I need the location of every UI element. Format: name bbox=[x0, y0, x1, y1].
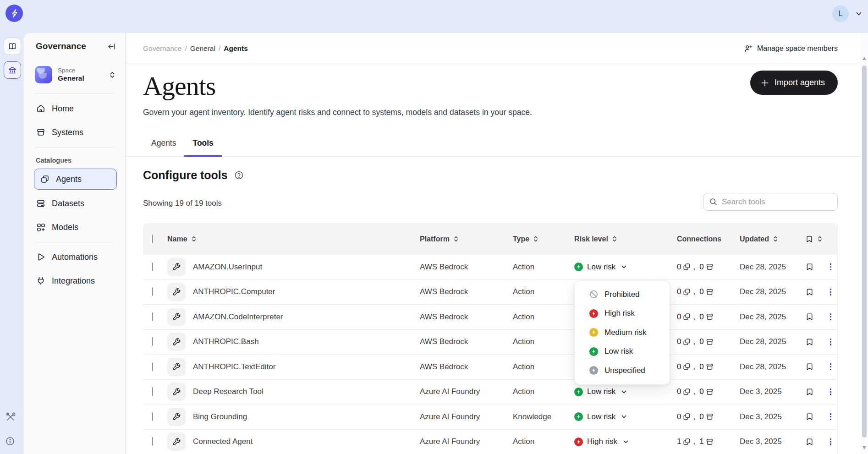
sort-icon[interactable] bbox=[191, 235, 197, 242]
breadcrumb: Governance / General / Agents bbox=[143, 44, 248, 53]
row-menu-button[interactable] bbox=[824, 411, 838, 422]
bookmark-button[interactable] bbox=[805, 288, 824, 296]
sort-icon[interactable] bbox=[533, 235, 538, 242]
sidebar-item-datasets[interactable]: Datasets bbox=[35, 191, 117, 215]
dev-tools-icon[interactable] bbox=[5, 411, 16, 422]
tab-agents[interactable]: Agents bbox=[143, 130, 184, 156]
divider bbox=[126, 64, 861, 64]
help-icon[interactable] bbox=[234, 170, 244, 180]
column-platform: Platform bbox=[420, 235, 450, 243]
row-menu-button[interactable] bbox=[824, 337, 838, 347]
row-menu-button[interactable] bbox=[824, 437, 838, 447]
risk-select[interactable]: Low risk bbox=[574, 263, 677, 272]
bookmark-button[interactable] bbox=[805, 438, 824, 446]
risk-level-icon bbox=[574, 263, 583, 271]
import-agents-button[interactable]: Import agents bbox=[750, 71, 838, 95]
avatar[interactable]: L bbox=[832, 5, 849, 22]
row-checkbox[interactable] bbox=[152, 362, 153, 371]
tool-name[interactable]: AMAZON.CodeInterpreter bbox=[193, 312, 283, 322]
row-checkbox[interactable] bbox=[152, 412, 153, 421]
select-all-checkbox[interactable] bbox=[152, 235, 153, 243]
governance-rail-button[interactable] bbox=[4, 61, 21, 79]
search-box[interactable] bbox=[703, 193, 838, 211]
tool-name[interactable]: Connected Agent bbox=[193, 437, 253, 446]
row-checkbox[interactable] bbox=[152, 387, 153, 396]
bookmark-button[interactable] bbox=[805, 412, 824, 421]
tool-name[interactable]: ANTHROPIC.TextEditor bbox=[193, 362, 275, 372]
systems-count-icon bbox=[705, 263, 714, 271]
vertical-scrollbar[interactable] bbox=[861, 33, 868, 454]
risk-option[interactable]: Medium risk bbox=[575, 323, 670, 342]
scroll-down-arrow-icon[interactable] bbox=[863, 446, 866, 449]
bookmark-button[interactable] bbox=[805, 263, 824, 271]
table-header-row: Name Platform Type Risk level Connection… bbox=[143, 223, 837, 255]
tool-name[interactable]: Deep Research Tool bbox=[193, 387, 264, 396]
breadcrumb-general[interactable]: General bbox=[190, 44, 215, 53]
risk-select[interactable]: High risk bbox=[574, 437, 677, 446]
divider bbox=[35, 147, 114, 148]
sort-icon[interactable] bbox=[612, 235, 617, 242]
table-row: Connected Agent Azure AI Foundry Action … bbox=[143, 430, 837, 454]
account-chevron-down-icon[interactable] bbox=[855, 10, 863, 17]
divider bbox=[35, 242, 114, 242]
sidebar-item-agents[interactable]: Agents bbox=[34, 169, 117, 190]
sidebar-item-models[interactable]: Models bbox=[35, 215, 117, 239]
logo-bolt-icon bbox=[9, 8, 19, 18]
tool-name[interactable]: Bing Grounding bbox=[193, 412, 247, 421]
copies-icon bbox=[682, 362, 691, 371]
bookmark-button[interactable] bbox=[805, 312, 824, 321]
tab-tools[interactable]: Tools bbox=[184, 130, 221, 156]
risk-option-label: Prohibited bbox=[604, 290, 640, 299]
copies-icon bbox=[682, 338, 691, 346]
sidebar-item-home[interactable]: Home bbox=[35, 97, 117, 120]
tool-name[interactable]: ANTHROPIC.Computer bbox=[193, 287, 275, 296]
sort-icon[interactable] bbox=[773, 235, 778, 242]
copies-icon bbox=[682, 312, 691, 321]
connections-separator: , bbox=[693, 387, 695, 396]
search-input[interactable] bbox=[722, 197, 832, 207]
space-switch-icon[interactable] bbox=[109, 71, 116, 79]
bookmark-button[interactable] bbox=[805, 388, 824, 396]
risk-option[interactable]: Unspecified bbox=[575, 361, 670, 380]
info-icon[interactable] bbox=[5, 436, 15, 446]
collapse-sidebar-icon[interactable] bbox=[107, 42, 116, 51]
risk-option[interactable]: Prohibited bbox=[575, 285, 670, 304]
row-menu-button[interactable] bbox=[824, 387, 838, 397]
risk-option[interactable]: High risk bbox=[575, 304, 670, 323]
connections-cell: 0 , 0 bbox=[677, 263, 740, 272]
risk-select[interactable]: Low risk bbox=[574, 412, 677, 421]
sidebar-item-integrations[interactable]: Integrations bbox=[35, 269, 117, 293]
risk-option-icon bbox=[589, 309, 598, 318]
row-menu-button[interactable] bbox=[824, 262, 838, 272]
row-checkbox[interactable] bbox=[152, 437, 153, 446]
row-menu-button[interactable] bbox=[824, 312, 838, 322]
row-checkbox[interactable] bbox=[152, 263, 153, 271]
risk-option[interactable]: Low risk bbox=[575, 342, 670, 361]
row-checkbox[interactable] bbox=[152, 337, 153, 346]
scroll-up-arrow-icon[interactable] bbox=[863, 57, 866, 60]
sidebar-title: Governance bbox=[36, 41, 86, 51]
sort-icon[interactable] bbox=[817, 235, 823, 242]
wrench-icon bbox=[167, 432, 186, 451]
tool-name[interactable]: AMAZON.UserInput bbox=[193, 263, 262, 272]
column-risk-level: Risk level bbox=[574, 235, 608, 243]
systems-count-icon bbox=[705, 412, 714, 421]
scrollbar-thumb[interactable] bbox=[862, 66, 867, 438]
row-menu-button[interactable] bbox=[824, 287, 838, 297]
tool-name[interactable]: ANTHROPIC.Bash bbox=[193, 337, 259, 346]
risk-select[interactable]: Low risk bbox=[574, 387, 677, 396]
breadcrumb-governance[interactable]: Governance bbox=[143, 44, 181, 53]
app-logo[interactable] bbox=[5, 5, 23, 22]
manage-space-members-button[interactable]: Manage space members bbox=[744, 44, 838, 53]
bookmark-button[interactable] bbox=[805, 338, 824, 346]
bookmark-button[interactable] bbox=[805, 362, 824, 371]
connections-separator: , bbox=[693, 362, 695, 372]
row-menu-button[interactable] bbox=[824, 361, 838, 372]
library-button[interactable] bbox=[4, 38, 21, 55]
sidebar-item-automations[interactable]: Automations bbox=[35, 245, 117, 269]
row-checkbox[interactable] bbox=[152, 312, 153, 321]
space-selector[interactable]: Space General bbox=[24, 60, 125, 91]
row-checkbox[interactable] bbox=[152, 287, 153, 296]
sidebar-item-systems[interactable]: Systems bbox=[35, 120, 117, 144]
sort-icon[interactable] bbox=[453, 235, 459, 242]
